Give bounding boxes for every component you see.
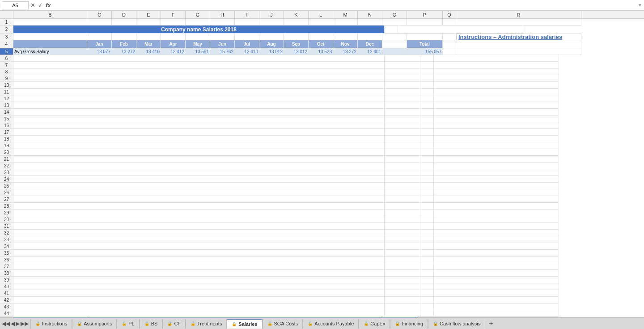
cell-21-P[interactable]: [385, 156, 420, 162]
avg-dec[interactable]: 12 401: [358, 48, 382, 55]
cell-33-B[interactable]: [13, 236, 385, 243]
cell-41-R[interactable]: [434, 290, 559, 297]
cell-1-G[interactable]: [186, 19, 210, 26]
add-sheet-button[interactable]: +: [485, 319, 496, 329]
cell-1-N[interactable]: [358, 19, 382, 26]
cell-35-P[interactable]: [385, 250, 420, 256]
cell-29-Q[interactable]: [420, 209, 434, 216]
cell-1-K[interactable]: [284, 19, 309, 26]
cell-21-R[interactable]: [434, 156, 559, 162]
cell-14-R[interactable]: [434, 109, 559, 115]
month-nov[interactable]: Nov: [333, 40, 358, 48]
cell-16-R[interactable]: [434, 122, 559, 129]
cell-35-B[interactable]: [13, 250, 385, 256]
tab-next-icon[interactable]: ▶: [16, 320, 20, 327]
cell-4-Q[interactable]: [443, 40, 456, 48]
avg-jun[interactable]: 15 762: [210, 48, 235, 55]
tab-pl[interactable]: 🔒PL: [117, 319, 139, 329]
cell-17-P[interactable]: [385, 129, 420, 136]
cell-31-Q[interactable]: [420, 223, 434, 230]
tab-cf[interactable]: 🔒CF: [162, 319, 186, 329]
cell-1-R[interactable]: [456, 19, 581, 26]
cell-37-B[interactable]: [13, 263, 385, 270]
cell-42-P[interactable]: [385, 297, 420, 303]
cell-18-P[interactable]: [385, 136, 420, 142]
cell-25-P[interactable]: [385, 183, 420, 189]
cell-16-P[interactable]: [385, 122, 420, 129]
cell-29-P[interactable]: [385, 209, 420, 216]
cell-33-P[interactable]: [385, 236, 420, 243]
cell-22-B[interactable]: [13, 162, 385, 169]
col-header-L[interactable]: L: [309, 11, 333, 18]
cell-39-R[interactable]: [434, 277, 559, 283]
col-header-J[interactable]: J: [259, 11, 284, 18]
cell-27-P[interactable]: [385, 196, 420, 203]
cell-40-Q[interactable]: [420, 283, 434, 290]
cell-39-B[interactable]: [13, 277, 385, 283]
cell-33-R[interactable]: [434, 236, 559, 243]
cell-18-Q[interactable]: [420, 136, 434, 142]
cell-3-E[interactable]: [136, 34, 161, 40]
col-header-Q[interactable]: Q: [443, 11, 456, 18]
cell-29-B[interactable]: [13, 209, 385, 216]
cell-6-R[interactable]: [434, 55, 559, 62]
avg-apr[interactable]: 13 412: [161, 48, 186, 55]
cell-18-R[interactable]: [434, 136, 559, 142]
cell-22-R[interactable]: [434, 162, 559, 169]
cell-24-R[interactable]: [434, 176, 559, 183]
cell-19-R[interactable]: [434, 142, 559, 149]
cell-26-R[interactable]: [434, 189, 559, 196]
cell-32-P[interactable]: [385, 230, 420, 236]
col-header-H[interactable]: H: [210, 11, 235, 18]
cell-23-R[interactable]: [434, 169, 559, 176]
tab-prev-icon[interactable]: ◀: [11, 320, 15, 327]
cell-36-Q[interactable]: [420, 256, 434, 263]
cell-23-P[interactable]: [385, 169, 420, 176]
cell-14-B[interactable]: [13, 109, 385, 115]
avg-nov[interactable]: 13 272: [333, 48, 358, 55]
cell-43-P[interactable]: [385, 303, 420, 310]
cell-17-B[interactable]: [13, 129, 385, 136]
cell-1-M[interactable]: [333, 19, 358, 26]
cell-44-R[interactable]: [434, 310, 559, 317]
cell-28-P[interactable]: [385, 203, 420, 209]
cell-31-B[interactable]: [13, 223, 385, 230]
cell-3-C[interactable]: [87, 34, 112, 40]
cell-9-R[interactable]: [434, 75, 559, 82]
tab-accounts-payable[interactable]: 🔒Accounts Payable: [303, 319, 359, 329]
cell-1-I[interactable]: [235, 19, 259, 26]
col-header-D[interactable]: D: [112, 11, 136, 18]
cell-1-P[interactable]: [407, 19, 443, 26]
cell-7-Q[interactable]: [420, 62, 434, 68]
cell-25-R[interactable]: [434, 183, 559, 189]
cell-10-Q[interactable]: [420, 82, 434, 89]
avg-mar[interactable]: 13 410: [136, 48, 161, 55]
month-dec[interactable]: Dec: [358, 40, 382, 48]
cell-32-B[interactable]: [13, 230, 385, 236]
tab-capex[interactable]: 🔒CapEx: [359, 319, 390, 329]
cell-28-R[interactable]: [434, 203, 559, 209]
cell-1-E[interactable]: [136, 19, 161, 26]
tab-treatments[interactable]: 🔒Treatments: [186, 319, 227, 329]
cell-17-R[interactable]: [434, 129, 559, 136]
cell-28-B[interactable]: [13, 203, 385, 209]
cell-37-P[interactable]: [385, 263, 420, 270]
col-header-P[interactable]: P: [407, 11, 443, 18]
cell-1-O[interactable]: [382, 19, 407, 26]
tab-first-icon[interactable]: ◀◀: [2, 320, 10, 327]
avg-feb[interactable]: 13 272: [112, 48, 136, 55]
expand-icon[interactable]: ▼: [638, 3, 642, 8]
avg-may[interactable]: 13 551: [186, 48, 210, 55]
col-header-G[interactable]: G: [186, 11, 210, 18]
cell-30-B[interactable]: [13, 216, 385, 223]
cell-44-Q[interactable]: [420, 310, 434, 317]
fx-icon[interactable]: fx: [46, 2, 51, 9]
cell-1-J[interactable]: [259, 19, 284, 26]
cell-40-P[interactable]: [385, 283, 420, 290]
tab-financing[interactable]: 🔒Financing: [390, 319, 428, 329]
staff-list-label[interactable]: Staff List: [13, 317, 87, 317]
cell-21-B[interactable]: [13, 156, 385, 162]
cell-25-Q[interactable]: [420, 183, 434, 189]
cell-43-Q[interactable]: [420, 303, 434, 310]
cell-31-P[interactable]: [385, 223, 420, 230]
